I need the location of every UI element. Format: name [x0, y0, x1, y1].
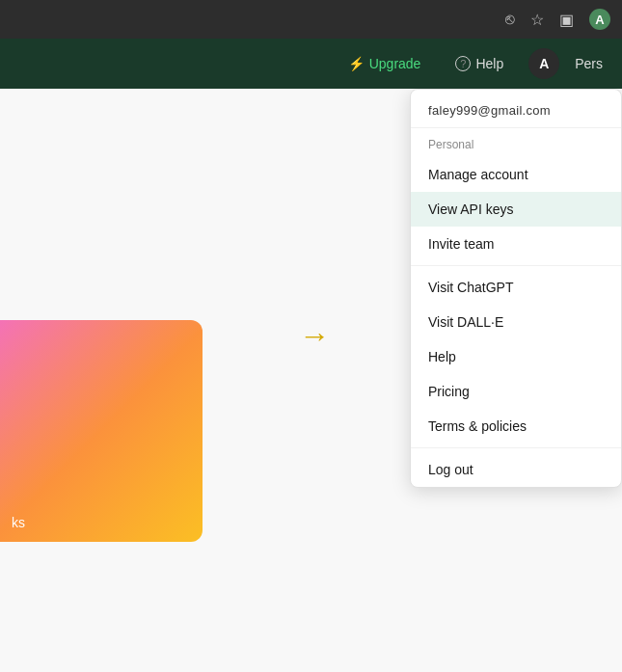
- visit-dalle-item[interactable]: Visit DALL·E: [411, 305, 621, 339]
- pricing-item[interactable]: Pricing: [411, 374, 621, 409]
- share-icon[interactable]: ⎋: [505, 11, 515, 28]
- card-label: ks: [12, 515, 25, 530]
- star-icon[interactable]: ☆: [530, 11, 544, 29]
- app-header: ⚡ Upgrade ? Help A Pers: [0, 39, 622, 89]
- manage-account-item[interactable]: Manage account: [411, 157, 621, 192]
- section-label: Personal: [411, 128, 621, 157]
- user-dropdown-menu: faley999@gmail.com Personal Manage accou…: [410, 89, 622, 488]
- menu-divider-2: [411, 447, 621, 448]
- terms-policies-item[interactable]: Terms & policies: [411, 409, 621, 444]
- lightning-icon: ⚡: [348, 56, 365, 71]
- browser-toolbar: ⎋ ☆ ▣ A: [0, 0, 622, 39]
- menu-divider-1: [411, 265, 621, 266]
- sidebar-icon[interactable]: ▣: [559, 11, 574, 29]
- browser-avatar[interactable]: A: [589, 9, 610, 30]
- log-out-item[interactable]: Log out: [411, 452, 621, 487]
- help-button[interactable]: ? Help: [446, 50, 513, 77]
- card-thumbnail: ks: [0, 320, 203, 542]
- invite-team-item[interactable]: Invite team: [411, 227, 621, 261]
- view-api-keys-item[interactable]: View API keys: [411, 192, 621, 227]
- upgrade-button[interactable]: ⚡ Upgrade: [338, 50, 431, 77]
- help-item[interactable]: Help: [411, 339, 621, 374]
- help-circle-icon: ?: [455, 56, 471, 71]
- arrow-indicator: →: [299, 318, 330, 354]
- user-avatar[interactable]: A: [528, 48, 559, 79]
- visit-chatgpt-item[interactable]: Visit ChatGPT: [411, 270, 621, 305]
- user-name-label[interactable]: Pers: [575, 56, 603, 71]
- main-content: ks → faley999@gmail.com Personal Manage …: [0, 89, 622, 672]
- user-email: faley999@gmail.com: [411, 90, 621, 128]
